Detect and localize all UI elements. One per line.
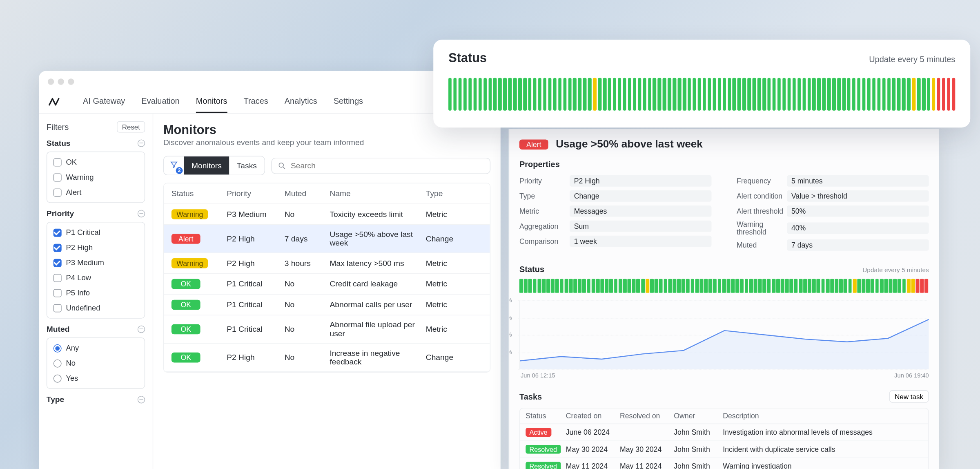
status-strip-large [448,78,955,111]
facet-priority-title: Priority [47,209,74,218]
nav-monitors[interactable]: Monitors [196,90,227,113]
status-tick [942,78,945,111]
task-row[interactable]: ResolvedMay 11 2024May 11 2024John Smith… [520,458,928,469]
filter-option[interactable]: P5 Info [50,285,142,300]
task-row[interactable]: ActiveJune 06 2024John SmithInvestigatio… [520,424,928,441]
column-header[interactable]: Created on [566,412,620,420]
table-row[interactable]: WarningP2 High3 hoursMax latency >500 ms… [164,253,490,274]
column-header[interactable]: Resolved on [620,412,674,420]
traffic-dot[interactable] [48,78,54,85]
filter-option[interactable]: P4 Low [50,270,142,285]
checkbox-icon[interactable] [53,274,62,282]
filter-option[interactable]: No [50,356,142,371]
status-tick [897,78,900,111]
search-input[interactable] [291,161,484,170]
status-tick [459,78,462,111]
filter-option[interactable]: OK [50,154,142,170]
status-tick [822,78,826,111]
checkbox-icon[interactable] [53,304,62,312]
status-badge: OK [172,353,200,363]
status-tick [610,279,613,293]
status-tick [688,78,691,111]
status-tick [643,78,646,111]
checkbox-icon[interactable] [53,243,62,252]
table-row[interactable]: WarningP3 MediumNoToxicity exceeds limit… [164,204,490,225]
status-tick [782,78,786,111]
tasks-title: Tasks [519,392,542,401]
status-tick [678,78,681,111]
table-row[interactable]: OKP2 HighNoIncrease in negative feedback… [164,344,490,372]
status-tick [952,78,955,111]
filter-label: P4 Low [66,273,91,282]
cell-type: Metric [426,279,482,288]
status-tick [877,78,880,111]
collapse-icon[interactable] [138,396,145,403]
status-tick [668,78,671,111]
checkbox-icon[interactable] [53,259,62,267]
cell-type: Metric [426,300,482,309]
column-header[interactable]: Status [526,412,566,420]
column-header[interactable]: Muted [285,189,330,198]
nav-ai-gateway[interactable]: AI Gateway [83,90,125,113]
checkbox-icon[interactable] [53,188,62,197]
task-row[interactable]: ResolvedMay 30 2024May 30 2024John Smith… [520,441,928,458]
filter-option[interactable]: Any [50,341,142,356]
filter-option[interactable]: Alert [50,185,142,200]
collapse-icon[interactable] [138,326,145,333]
tab-tasks[interactable]: Tasks [229,156,264,175]
search-box[interactable] [271,157,490,174]
column-header[interactable]: Name [330,189,425,198]
filter-option[interactable]: Undefined [50,300,142,315]
radio-icon[interactable] [53,344,62,352]
cell-muted: No [285,279,330,288]
column-header[interactable]: Status [172,189,227,198]
filter-option[interactable]: P3 Medium [50,255,142,270]
column-header[interactable]: Type [426,189,482,198]
search-icon [278,161,287,170]
reset-button[interactable]: Reset [117,121,145,133]
new-task-button[interactable]: New task [889,390,929,403]
status-tick [837,78,840,111]
app-window: AI GatewayEvaluationMonitorsTracesAnalyt… [39,71,500,469]
table-row[interactable]: OKP1 CriticalNoAbnormal calls per userMe… [164,295,490,315]
checkbox-icon[interactable] [53,228,62,237]
status-tick [882,78,885,111]
tab-monitors[interactable]: Monitors [184,156,229,175]
checkbox-icon[interactable] [53,173,62,181]
property-value: 7 days [787,239,929,251]
nav-settings[interactable]: Settings [334,90,363,113]
status-tick [754,279,757,293]
table-row[interactable]: AlertP2 High7 daysUsage >50% above last … [164,225,490,253]
table-row[interactable]: OKP1 CriticalNoAbnormal file upload per … [164,315,490,344]
traffic-dot[interactable] [68,78,74,85]
nav-traces[interactable]: Traces [243,90,268,113]
checkbox-icon[interactable] [53,289,62,297]
status-tick [448,78,452,111]
collapse-icon[interactable] [138,210,145,217]
filter-option[interactable]: P1 Critical [50,225,142,240]
checkbox-icon[interactable] [53,158,62,166]
table-row[interactable]: OKP1 CriticalNoCredit card leakageMetric [164,274,490,295]
filter-option[interactable]: Warning [50,170,142,185]
radio-icon[interactable] [53,359,62,367]
cell-owner: John Smith [674,429,723,436]
filter-option[interactable]: P2 High [50,240,142,255]
traffic-dot[interactable] [58,78,64,85]
nav-analytics[interactable]: Analytics [285,90,317,113]
cell-muted: 7 days [285,234,330,243]
status-tick [463,78,467,111]
column-header[interactable]: Priority [227,189,284,198]
filter-option[interactable]: Yes [50,371,142,386]
collapse-icon[interactable] [138,139,145,147]
radio-icon[interactable] [53,374,62,382]
cell-name: Toxicity exceeds limit [330,210,425,219]
column-header[interactable]: Owner [674,412,723,420]
cell-name: Increase in negative feedback [330,349,425,366]
status-tick [803,279,807,293]
status-tick [528,78,531,111]
nav-evaluation[interactable]: Evaluation [141,90,179,113]
column-header[interactable]: Description [723,412,922,420]
status-tick [603,78,606,111]
status-tick [726,279,730,293]
filter-button[interactable]: 2 [164,156,184,175]
